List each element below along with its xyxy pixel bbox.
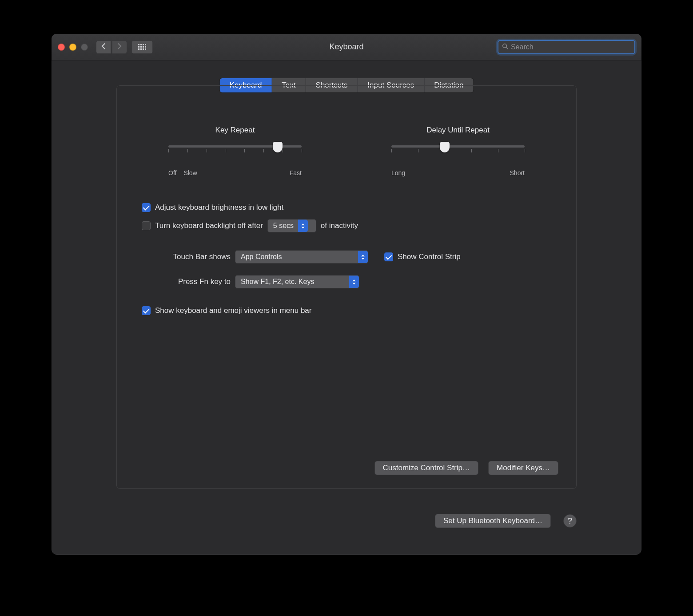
svg-line-1 — [506, 47, 508, 49]
viewers-checkbox[interactable] — [142, 306, 151, 315]
search-field[interactable] — [498, 40, 635, 54]
select-arrows-icon — [298, 220, 308, 232]
settings-panel: Key Repeat Off Slow Fast Delay Until Rep… — [116, 85, 577, 489]
show-all-button[interactable] — [131, 40, 153, 54]
panel-buttons: Customize Control Strip… Modifier Keys… — [374, 461, 559, 475]
fn-label: Press Fn key to — [142, 277, 231, 286]
window-controls — [58, 44, 88, 51]
delay-block: Delay Until Repeat Long Short — [391, 126, 525, 176]
minimize-button[interactable] — [69, 44, 76, 51]
brightness-checkbox[interactable] — [142, 203, 151, 212]
close-button[interactable] — [58, 44, 65, 51]
key-repeat-slider[interactable] — [168, 143, 302, 159]
backlight-label-post: of inactivity — [321, 221, 358, 230]
slider-label-short: Short — [510, 169, 525, 176]
help-icon: ? — [568, 516, 572, 526]
touchbar-select-value: App Controls — [241, 253, 354, 261]
titlebar: Keyboard — [52, 34, 641, 60]
key-repeat-title: Key Repeat — [168, 126, 302, 135]
chevron-right-icon — [117, 42, 122, 52]
search-input[interactable] — [511, 43, 631, 51]
brightness-label: Adjust keyboard brightness in low light — [155, 203, 283, 212]
row-fn: Press Fn key to Show F1, F2, etc. Keys — [142, 275, 551, 288]
sliders-row: Key Repeat Off Slow Fast Delay Until Rep… — [168, 126, 525, 176]
fn-select-value: Show F1, F2, etc. Keys — [241, 278, 345, 286]
slider-track — [391, 145, 525, 148]
help-button[interactable]: ? — [563, 514, 577, 528]
slider-label-long: Long — [391, 169, 405, 176]
touchbar-select[interactable]: App Controls — [235, 250, 368, 264]
row-backlight: Turn keyboard backlight off after 5 secs… — [142, 219, 551, 232]
backlight-select-value: 5 secs — [273, 222, 294, 230]
row-brightness: Adjust keyboard brightness in low light — [142, 203, 551, 212]
search-icon — [502, 43, 508, 51]
delay-slider[interactable] — [391, 143, 525, 159]
touchbar-label: Touch Bar shows — [142, 252, 231, 261]
delay-title: Delay Until Repeat — [391, 126, 525, 135]
viewers-label: Show keyboard and emoji viewers in menu … — [155, 306, 311, 315]
backlight-timeout-select[interactable]: 5 secs — [267, 219, 316, 232]
slider-thumb[interactable] — [273, 142, 283, 152]
bluetooth-keyboard-button[interactable]: Set Up Bluetooth Keyboard… — [435, 514, 551, 528]
backlight-label-pre: Turn keyboard backlight off after — [155, 221, 263, 230]
key-repeat-block: Key Repeat Off Slow Fast — [168, 126, 302, 176]
preferences-window: Keyboard Keyboard Text Shortcuts Input S… — [52, 34, 641, 555]
footer: Set Up Bluetooth Keyboard… ? — [435, 514, 577, 528]
modifier-keys-button[interactable]: Modifier Keys… — [488, 461, 558, 475]
chevron-left-icon — [101, 42, 106, 52]
select-arrows-icon — [358, 251, 368, 263]
grid-icon — [138, 44, 146, 50]
back-button[interactable] — [96, 40, 111, 54]
button-label: Set Up Bluetooth Keyboard… — [443, 516, 542, 525]
forward-button — [112, 40, 127, 54]
zoom-button-disabled — [81, 44, 88, 51]
slider-label-slow: Slow — [183, 169, 197, 176]
button-label: Customize Control Strip… — [383, 464, 470, 472]
key-repeat-labels: Off Slow Fast — [168, 169, 302, 176]
control-strip-label: Show Control Strip — [398, 252, 461, 261]
backlight-checkbox[interactable] — [142, 221, 151, 230]
button-label: Modifier Keys… — [497, 464, 550, 472]
select-arrows-icon — [349, 276, 359, 288]
slider-thumb[interactable] — [440, 142, 450, 152]
control-strip-checkbox[interactable] — [384, 252, 393, 261]
delay-labels: Long Short — [391, 169, 525, 176]
slider-label-fast: Fast — [290, 169, 302, 176]
slider-label-off: Off — [168, 169, 176, 176]
row-touchbar: Touch Bar shows App Controls Show Contro… — [142, 250, 551, 264]
nav-group — [96, 40, 127, 54]
row-viewers: Show keyboard and emoji viewers in menu … — [142, 306, 551, 315]
customize-control-strip-button[interactable]: Customize Control Strip… — [374, 461, 479, 475]
fn-select[interactable]: Show F1, F2, etc. Keys — [235, 275, 359, 288]
